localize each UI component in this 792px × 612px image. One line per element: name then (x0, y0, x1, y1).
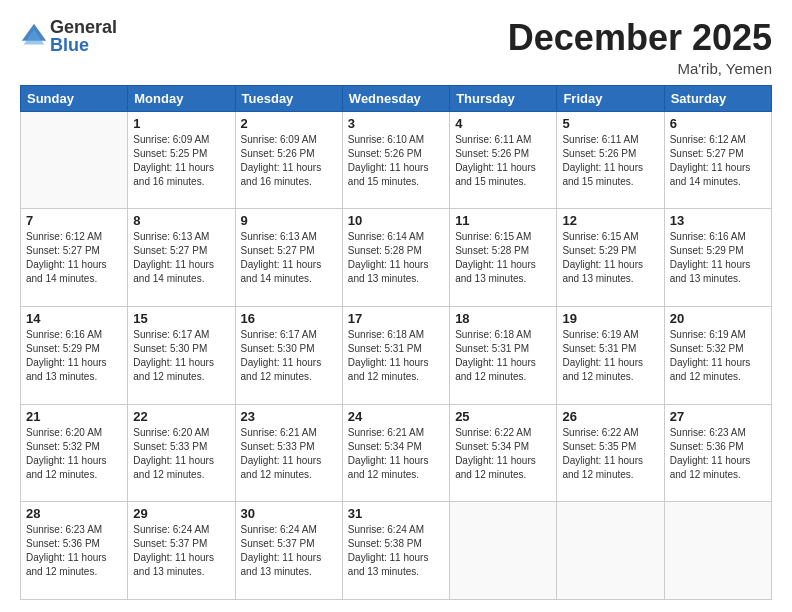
day-info: Sunrise: 6:24 AM Sunset: 5:37 PM Dayligh… (241, 523, 337, 579)
day-number: 16 (241, 311, 337, 326)
day-info: Sunrise: 6:19 AM Sunset: 5:31 PM Dayligh… (562, 328, 658, 384)
day-number: 4 (455, 116, 551, 131)
day-info: Sunrise: 6:20 AM Sunset: 5:32 PM Dayligh… (26, 426, 122, 482)
calendar-cell: 10Sunrise: 6:14 AM Sunset: 5:28 PM Dayli… (342, 209, 449, 307)
day-info: Sunrise: 6:22 AM Sunset: 5:34 PM Dayligh… (455, 426, 551, 482)
calendar-cell: 16Sunrise: 6:17 AM Sunset: 5:30 PM Dayli… (235, 306, 342, 404)
day-of-week-header: Tuesday (235, 85, 342, 111)
day-number: 17 (348, 311, 444, 326)
calendar-cell: 3Sunrise: 6:10 AM Sunset: 5:26 PM Daylig… (342, 111, 449, 209)
calendar-cell: 13Sunrise: 6:16 AM Sunset: 5:29 PM Dayli… (664, 209, 771, 307)
calendar-cell (664, 502, 771, 600)
calendar-cell: 22Sunrise: 6:20 AM Sunset: 5:33 PM Dayli… (128, 404, 235, 502)
calendar-cell: 5Sunrise: 6:11 AM Sunset: 5:26 PM Daylig… (557, 111, 664, 209)
calendar-cell: 21Sunrise: 6:20 AM Sunset: 5:32 PM Dayli… (21, 404, 128, 502)
day-of-week-header: Wednesday (342, 85, 449, 111)
day-info: Sunrise: 6:18 AM Sunset: 5:31 PM Dayligh… (348, 328, 444, 384)
day-number: 2 (241, 116, 337, 131)
calendar-cell: 8Sunrise: 6:13 AM Sunset: 5:27 PM Daylig… (128, 209, 235, 307)
day-number: 22 (133, 409, 229, 424)
calendar-cell: 31Sunrise: 6:24 AM Sunset: 5:38 PM Dayli… (342, 502, 449, 600)
day-number: 1 (133, 116, 229, 131)
day-number: 9 (241, 213, 337, 228)
day-info: Sunrise: 6:19 AM Sunset: 5:32 PM Dayligh… (670, 328, 766, 384)
day-number: 11 (455, 213, 551, 228)
day-number: 13 (670, 213, 766, 228)
calendar-week-row: 14Sunrise: 6:16 AM Sunset: 5:29 PM Dayli… (21, 306, 772, 404)
day-info: Sunrise: 6:17 AM Sunset: 5:30 PM Dayligh… (241, 328, 337, 384)
calendar-cell (557, 502, 664, 600)
logo-general: General (50, 18, 117, 36)
logo-blue: Blue (50, 36, 117, 54)
calendar-cell (450, 502, 557, 600)
day-of-week-header: Monday (128, 85, 235, 111)
calendar-table: SundayMondayTuesdayWednesdayThursdayFrid… (20, 85, 772, 600)
calendar-cell: 29Sunrise: 6:24 AM Sunset: 5:37 PM Dayli… (128, 502, 235, 600)
calendar-cell: 30Sunrise: 6:24 AM Sunset: 5:37 PM Dayli… (235, 502, 342, 600)
calendar-week-row: 28Sunrise: 6:23 AM Sunset: 5:36 PM Dayli… (21, 502, 772, 600)
day-number: 12 (562, 213, 658, 228)
calendar-cell: 28Sunrise: 6:23 AM Sunset: 5:36 PM Dayli… (21, 502, 128, 600)
day-info: Sunrise: 6:20 AM Sunset: 5:33 PM Dayligh… (133, 426, 229, 482)
day-number: 7 (26, 213, 122, 228)
day-number: 20 (670, 311, 766, 326)
day-number: 29 (133, 506, 229, 521)
day-info: Sunrise: 6:11 AM Sunset: 5:26 PM Dayligh… (455, 133, 551, 189)
calendar-cell: 11Sunrise: 6:15 AM Sunset: 5:28 PM Dayli… (450, 209, 557, 307)
calendar-cell: 6Sunrise: 6:12 AM Sunset: 5:27 PM Daylig… (664, 111, 771, 209)
calendar-cell: 19Sunrise: 6:19 AM Sunset: 5:31 PM Dayli… (557, 306, 664, 404)
day-info: Sunrise: 6:22 AM Sunset: 5:35 PM Dayligh… (562, 426, 658, 482)
page: General Blue December 2025 Ma'rib, Yemen… (0, 0, 792, 612)
day-number: 23 (241, 409, 337, 424)
day-number: 10 (348, 213, 444, 228)
calendar-cell: 12Sunrise: 6:15 AM Sunset: 5:29 PM Dayli… (557, 209, 664, 307)
day-of-week-header: Friday (557, 85, 664, 111)
calendar-week-row: 21Sunrise: 6:20 AM Sunset: 5:32 PM Dayli… (21, 404, 772, 502)
day-info: Sunrise: 6:16 AM Sunset: 5:29 PM Dayligh… (26, 328, 122, 384)
logo-text: General Blue (50, 18, 117, 54)
calendar-cell: 27Sunrise: 6:23 AM Sunset: 5:36 PM Dayli… (664, 404, 771, 502)
day-info: Sunrise: 6:11 AM Sunset: 5:26 PM Dayligh… (562, 133, 658, 189)
logo-icon (20, 22, 48, 50)
day-number: 31 (348, 506, 444, 521)
day-info: Sunrise: 6:21 AM Sunset: 5:33 PM Dayligh… (241, 426, 337, 482)
calendar-cell: 24Sunrise: 6:21 AM Sunset: 5:34 PM Dayli… (342, 404, 449, 502)
day-of-week-header: Thursday (450, 85, 557, 111)
day-info: Sunrise: 6:12 AM Sunset: 5:27 PM Dayligh… (670, 133, 766, 189)
day-info: Sunrise: 6:09 AM Sunset: 5:25 PM Dayligh… (133, 133, 229, 189)
calendar-cell: 26Sunrise: 6:22 AM Sunset: 5:35 PM Dayli… (557, 404, 664, 502)
day-number: 18 (455, 311, 551, 326)
month-title: December 2025 (508, 18, 772, 58)
day-info: Sunrise: 6:14 AM Sunset: 5:28 PM Dayligh… (348, 230, 444, 286)
day-number: 25 (455, 409, 551, 424)
logo: General Blue (20, 18, 117, 54)
day-number: 27 (670, 409, 766, 424)
day-info: Sunrise: 6:15 AM Sunset: 5:29 PM Dayligh… (562, 230, 658, 286)
day-info: Sunrise: 6:17 AM Sunset: 5:30 PM Dayligh… (133, 328, 229, 384)
calendar-week-row: 7Sunrise: 6:12 AM Sunset: 5:27 PM Daylig… (21, 209, 772, 307)
calendar-cell: 25Sunrise: 6:22 AM Sunset: 5:34 PM Dayli… (450, 404, 557, 502)
day-info: Sunrise: 6:21 AM Sunset: 5:34 PM Dayligh… (348, 426, 444, 482)
day-info: Sunrise: 6:13 AM Sunset: 5:27 PM Dayligh… (241, 230, 337, 286)
calendar-cell: 20Sunrise: 6:19 AM Sunset: 5:32 PM Dayli… (664, 306, 771, 404)
calendar-cell: 18Sunrise: 6:18 AM Sunset: 5:31 PM Dayli… (450, 306, 557, 404)
day-info: Sunrise: 6:23 AM Sunset: 5:36 PM Dayligh… (26, 523, 122, 579)
calendar-cell (21, 111, 128, 209)
day-number: 8 (133, 213, 229, 228)
calendar-cell: 2Sunrise: 6:09 AM Sunset: 5:26 PM Daylig… (235, 111, 342, 209)
calendar-cell: 9Sunrise: 6:13 AM Sunset: 5:27 PM Daylig… (235, 209, 342, 307)
day-number: 15 (133, 311, 229, 326)
day-info: Sunrise: 6:23 AM Sunset: 5:36 PM Dayligh… (670, 426, 766, 482)
day-number: 14 (26, 311, 122, 326)
day-number: 19 (562, 311, 658, 326)
calendar-cell: 7Sunrise: 6:12 AM Sunset: 5:27 PM Daylig… (21, 209, 128, 307)
day-number: 30 (241, 506, 337, 521)
day-info: Sunrise: 6:24 AM Sunset: 5:38 PM Dayligh… (348, 523, 444, 579)
day-info: Sunrise: 6:24 AM Sunset: 5:37 PM Dayligh… (133, 523, 229, 579)
day-number: 21 (26, 409, 122, 424)
day-info: Sunrise: 6:10 AM Sunset: 5:26 PM Dayligh… (348, 133, 444, 189)
day-number: 24 (348, 409, 444, 424)
day-info: Sunrise: 6:09 AM Sunset: 5:26 PM Dayligh… (241, 133, 337, 189)
day-of-week-header: Sunday (21, 85, 128, 111)
day-number: 5 (562, 116, 658, 131)
